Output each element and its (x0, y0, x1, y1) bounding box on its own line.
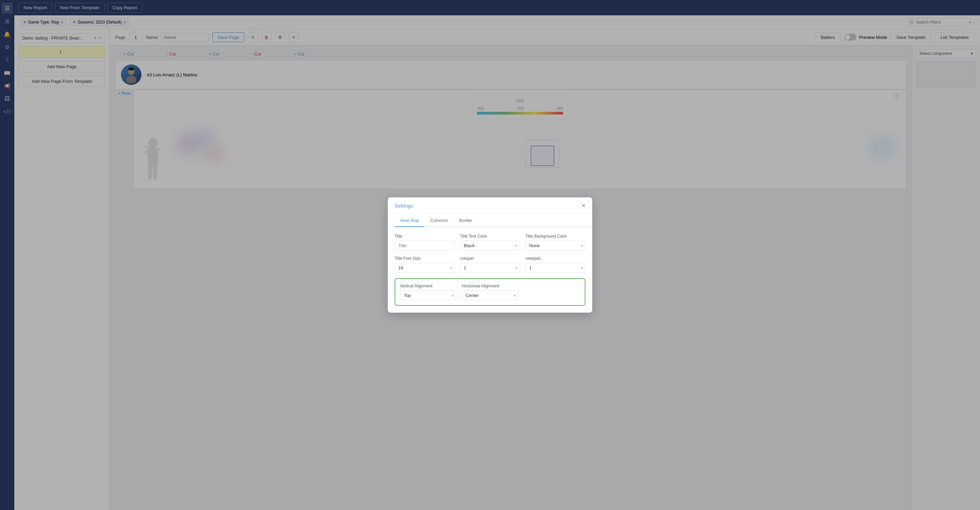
alignment-highlight-section: Vertical Alignment Top Middle Bottom ▾ H… (395, 278, 585, 306)
form-row-1: Title Title Text Color Black White ▾ Tit… (395, 234, 585, 250)
title-bg-color-label: Title Background Color (525, 234, 585, 239)
rowspan-label: rowspan (525, 256, 585, 261)
form-group-horizontal-align: Horizontal Alignment Left Center Right ▾ (462, 284, 518, 300)
vertical-align-wrap: Top Middle Bottom ▾ (400, 290, 456, 300)
tab-border[interactable]: Border (453, 214, 478, 227)
title-input[interactable] (395, 241, 455, 250)
font-size-select[interactable]: 16 14 18 (395, 263, 455, 273)
title-text-color-wrap: Black White ▾ (460, 241, 520, 250)
colspan-label: colspan (460, 256, 520, 261)
form-group-vertical-align: Vertical Alignment Top Middle Bottom ▾ (400, 284, 456, 300)
title-bg-color-select[interactable]: None White (525, 241, 585, 250)
vertical-align-select[interactable]: Top Middle Bottom (400, 290, 456, 300)
font-size-label: Title Font Size (395, 256, 455, 261)
form-group-text-color: Title Text Color Black White ▾ (460, 234, 520, 250)
vertical-align-label: Vertical Alignment (400, 284, 456, 288)
modal-tabs: Heat Map Common Border (388, 214, 592, 227)
font-size-wrap: 16 14 18 ▾ (395, 263, 455, 273)
settings-modal: Settings × Heat Map Common Border Title … (388, 198, 592, 312)
form-row-3: Vertical Alignment Top Middle Bottom ▾ H… (400, 284, 580, 300)
title-bg-color-wrap: None White ▾ (525, 241, 585, 250)
horizontal-align-wrap: Left Center Right ▾ (462, 290, 518, 300)
form-group-bg-color: Title Background Color None White ▾ (525, 234, 585, 250)
horizontal-align-select[interactable]: Left Center Right (462, 290, 518, 300)
form-row-2: Title Font Size 16 14 18 ▾ colspan (395, 256, 585, 273)
form-group-font-size: Title Font Size 16 14 18 ▾ (395, 256, 455, 273)
form-group-rowspan: rowspan 1 2 ▾ (525, 256, 585, 273)
tab-common[interactable]: Common (425, 214, 453, 227)
colspan-select[interactable]: 1 2 (460, 263, 520, 273)
form-group-colspan: colspan 1 2 ▾ (460, 256, 520, 273)
tab-heat-map[interactable]: Heat Map (395, 214, 425, 227)
title-text-color-label: Title Text Color (460, 234, 520, 239)
modal-overlay[interactable]: Settings × Heat Map Common Border Title … (0, 0, 980, 510)
title-label: Title (395, 234, 455, 239)
modal-close-button[interactable]: × (582, 202, 585, 209)
modal-header: Settings × (388, 198, 592, 214)
colspan-wrap: 1 2 ▾ (460, 263, 520, 273)
rowspan-wrap: 1 2 ▾ (525, 263, 585, 273)
form-group-title: Title (395, 234, 455, 250)
rowspan-select[interactable]: 1 2 (525, 263, 585, 273)
horizontal-align-label: Horizontal Alignment (462, 284, 518, 288)
modal-body: Title Title Text Color Black White ▾ Tit… (388, 227, 592, 312)
modal-title: Settings (395, 203, 413, 209)
title-text-color-select[interactable]: Black White (460, 241, 520, 250)
